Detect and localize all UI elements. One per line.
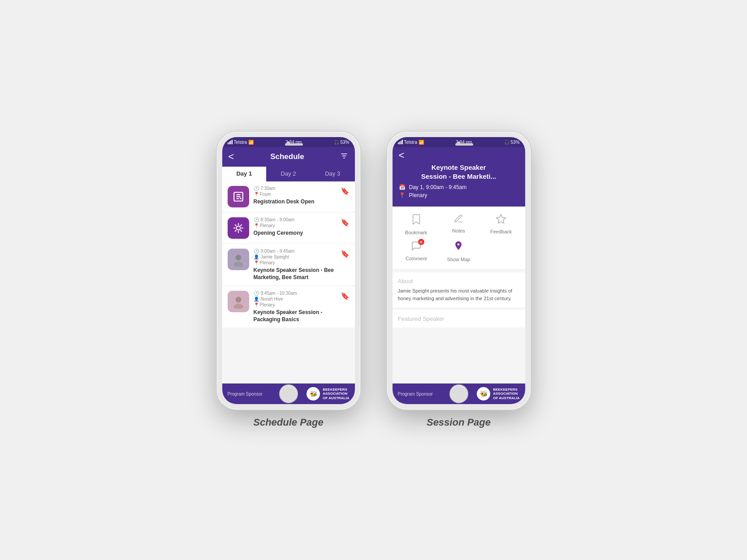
action-comment[interactable]: 0 Comment [398,241,435,262]
sponsor-name-2: BEEKEEPERS ASSOCIATION OF AUSTRALIA [493,388,519,401]
day-tabs: Day 1 Day 2 Day 3 [222,167,355,181]
status-right-2: 🎧 53% [504,140,520,145]
action-notes[interactable]: Notes [440,214,477,235]
showmap-label: Show Map [447,257,471,262]
svg-marker-9 [497,215,505,223]
svg-point-4 [236,226,240,230]
sponsor-name: BEEKEEPERS ASSOCIATION OF AUSTRALIA [323,388,349,401]
tab-day1[interactable]: Day 1 [222,167,267,181]
schedule-phone: Telstra 📶 2:34 pm 🎧 53% < Schedule [217,132,360,409]
action-empty [483,241,520,262]
session-nav: < [399,151,519,160]
svg-point-10 [458,243,460,246]
location-icon: 📍 [399,192,406,198]
map-action-icon [453,241,463,255]
session-screen: Telstra 📶 2:34 pm 🎧 53% < Keynote Speake… [393,137,525,404]
filter-button[interactable] [340,152,348,162]
session-title: Keynote Speaker Session - Packaging Basi… [254,309,336,323]
session-time: 🕐 8:30am - 9:00am [254,217,336,222]
bookmark-icon[interactable]: 🔖 [341,187,350,195]
schedule-screen: Telstra 📶 2:34 pm 🎧 53% < Schedule [222,137,355,404]
home-button[interactable] [279,384,298,403]
session-time: 🕐 9:00am - 9:45am [254,249,336,254]
session-title: Keynote Speaker Session - Bee Marketing,… [254,267,336,281]
battery-icons-2: 🎧 53% [504,140,520,145]
session-info-opening: 🕐 8:30am - 9:00am 📍 Plenary Opening Cere… [254,217,336,239]
back-button[interactable]: < [229,152,234,162]
schedule-page-title: Schedule [270,152,304,161]
session-time: 🕐 9:45am - 10:30am [254,291,336,296]
wifi-icon: 📶 [248,140,254,145]
svg-point-7 [235,297,241,303]
list-item[interactable]: 🕐 7:30am 📍 Foyer Registration Desk Open … [222,181,355,212]
feedback-label: Feedback [490,229,512,234]
session-date-row: 📅 Day 1, 9:00am - 9:45am [399,184,519,190]
bee-logo-icon: 🐝 [307,387,320,401]
comment-label: Comment [406,256,427,261]
bookmark-icon[interactable]: 🔖 [341,250,350,258]
list-item[interactable]: 🕐 8:30am - 9:00am 📍 Plenary Opening Cere… [222,213,355,243]
bookmark-label: Bookmark [405,230,427,235]
comment-badge: 0 [418,239,424,245]
tab-day3[interactable]: Day 3 [311,167,355,181]
session-title: Opening Ceremony [254,230,336,237]
action-bookmark[interactable]: Bookmark [398,214,435,235]
phone-speaker [285,143,303,146]
list-item[interactable]: 🕐 9:45am - 10:30am 👤 Norah Hive 📍 Plenar… [222,286,355,327]
home-button-2[interactable] [449,384,468,403]
page-label-session: Session Page [427,417,491,428]
session-location-text: Plenary [409,192,427,198]
svg-point-5 [235,255,241,261]
page-label-schedule: Schedule Page [253,417,324,428]
featured-section: Featured Speaker [393,310,525,327]
comment-action-icon: 0 [411,241,422,254]
session-location: 📍 Plenary [254,302,336,307]
bookmark-icon[interactable]: 🔖 [341,218,350,227]
session-datetime: Day 1, 9:00am - 9:45am [409,184,467,190]
list-item[interactable]: 🕐 9:00am - 9:45am 👤 Jamie Speight 📍 Plen… [222,244,355,285]
session-person: 👤 Norah Hive [254,297,336,302]
wifi-icon-2: 📶 [419,140,424,145]
bookmark-icon[interactable]: 🔖 [341,292,350,300]
about-title: About [398,278,520,284]
action-feedback[interactable]: Feedback [483,214,520,235]
bee-logo-icon-2: 🐝 [477,387,490,401]
sponsor-label: Program Sponsor [228,392,263,396]
battery-icons: 🎧 53% [334,140,350,145]
speaker-avatar-norah [228,291,249,312]
session-person: 👤 Jamie Speight [254,254,336,259]
action-showmap[interactable]: Show Map [440,241,477,262]
phone-speaker-2 [455,143,473,146]
schedule-nav-header: < Schedule [222,147,355,167]
session-page-title: Keynote Speaker Session - Bee Marketi... [399,163,519,181]
notes-label: Notes [452,228,465,233]
session-detail-info: 📅 Day 1, 9:00am - 9:45am 📍 Plenary [399,181,519,198]
sponsor-label-2: Program Sponsor [398,392,433,396]
calendar-icon: 📅 [399,184,406,190]
about-section: About Jamie Speight presents his most va… [393,272,525,307]
action-grid: Bookmark Notes [393,207,525,270]
notes-action-icon [453,214,463,226]
schedule-list: 🕐 7:30am 📍 Foyer Registration Desk Open … [222,181,355,383]
session-icon-registration [228,186,249,207]
session-header: < Keynote Speaker Session - Bee Marketi.… [393,147,525,207]
carrier-label: Telstra [234,140,247,145]
sponsor-logo-2: 🐝 BEEKEEPERS ASSOCIATION OF AUSTRALIA [477,387,519,401]
session-icon-opening [228,217,249,239]
session-location: 📍 Plenary [254,260,336,265]
session-info-registration: 🕐 7:30am 📍 Foyer Registration Desk Open [254,186,336,207]
session-info-keynote1: 🕐 9:00am - 9:45am 👤 Jamie Speight 📍 Plen… [254,249,336,281]
session-phone-wrapper: Telstra 📶 2:34 pm 🎧 53% < Keynote Speake… [387,132,531,428]
session-location-row: 📍 Plenary [399,192,519,198]
bookmark-action-icon [411,214,421,228]
session-time: 🕐 7:30am [254,186,336,191]
tab-day2[interactable]: Day 2 [266,167,311,181]
schedule-phone-wrapper: Telstra 📶 2:34 pm 🎧 53% < Schedule [217,132,360,428]
svg-point-6 [233,262,243,267]
session-location: 📍 Foyer [254,192,336,197]
session-back-button[interactable]: < [399,151,405,160]
feedback-action-icon [496,214,506,227]
about-text: Jamie Speight presents his most valuable… [398,287,520,302]
featured-title: Featured Speaker [398,315,520,322]
session-info-keynote2: 🕐 9:45am - 10:30am 👤 Norah Hive 📍 Plenar… [254,291,336,323]
